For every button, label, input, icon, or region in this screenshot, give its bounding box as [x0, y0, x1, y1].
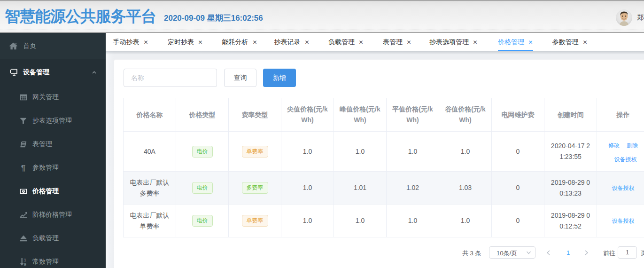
svg-text:9: 9: [24, 262, 26, 266]
